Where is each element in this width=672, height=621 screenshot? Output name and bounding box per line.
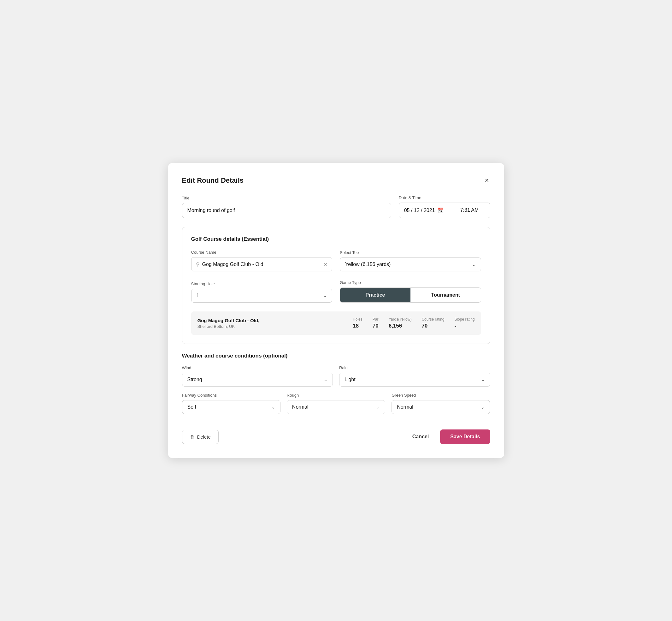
title-input[interactable] <box>182 203 391 218</box>
course-info-main-name: Gog Magog Golf Club - Old, <box>198 318 343 323</box>
select-tee-dropdown[interactable]: Yellow (6,156 yards) ⌄ <box>340 257 481 272</box>
wind-rain-row: Wind Strong ⌄ Rain Light ⌄ <box>182 365 490 386</box>
game-type-toggle: Practice Tournament <box>340 287 481 303</box>
course-info-location: Shelford Bottom, UK <box>198 324 343 329</box>
tournament-button[interactable]: Tournament <box>411 288 481 302</box>
par-value: 70 <box>373 323 379 329</box>
date-text: 05 / 12 / 2021 <box>404 208 435 213</box>
yards-label: Yards(Yellow) <box>389 317 412 322</box>
course-name-wrap[interactable]: ⚲ ✕ <box>191 257 333 272</box>
close-button[interactable]: × <box>484 176 490 185</box>
datetime-field-group: Date & Time 05 / 12 / 2021 📅 7:31 AM <box>399 195 490 218</box>
modal: Edit Round Details × Title Date & Time 0… <box>168 163 504 458</box>
weather-title: Weather and course conditions (optional) <box>182 353 490 359</box>
title-datetime-row: Title Date & Time 05 / 12 / 2021 📅 7:31 … <box>182 195 490 218</box>
green-speed-value: Normal <box>397 404 413 410</box>
trash-icon: 🗑 <box>190 434 195 440</box>
chevron-down-icon-5: ⌄ <box>271 405 275 410</box>
course-rating-label: Course rating <box>421 317 444 322</box>
delete-button[interactable]: 🗑 Delete <box>182 430 219 444</box>
wind-field: Wind Strong ⌄ <box>182 365 333 386</box>
rough-label: Rough <box>287 393 385 398</box>
time-input[interactable]: 7:31 AM <box>449 203 490 218</box>
green-speed-field: Green Speed Normal ⌄ <box>391 393 490 414</box>
course-name-input[interactable] <box>202 261 322 267</box>
course-name-label: Course Name <box>191 250 333 255</box>
holes-label: Holes <box>353 317 363 322</box>
wind-value: Strong <box>187 377 202 382</box>
game-type-label: Game Type <box>340 280 481 285</box>
rain-field: Rain Light ⌄ <box>339 365 490 386</box>
starting-hole-field-group: Starting Hole 1 ⌄ <box>191 282 333 303</box>
save-button[interactable]: Save Details <box>440 429 490 444</box>
rough-field: Rough Normal ⌄ <box>287 393 385 414</box>
select-tee-value: Yellow (6,156 yards) <box>345 261 390 267</box>
datetime-label: Date & Time <box>399 195 490 200</box>
select-tee-label: Select Tee <box>340 250 481 255</box>
rough-value: Normal <box>292 404 308 410</box>
cancel-button[interactable]: Cancel <box>406 430 435 444</box>
rain-label: Rain <box>339 365 490 370</box>
date-input-wrap[interactable]: 05 / 12 / 2021 📅 <box>399 203 449 218</box>
footer-row: 🗑 Delete Cancel Save Details <box>182 423 490 444</box>
rain-dropdown[interactable]: Light ⌄ <box>339 373 490 386</box>
stat-course-rating: Course rating 70 <box>421 317 444 329</box>
datetime-group: 05 / 12 / 2021 📅 7:31 AM <box>399 203 490 218</box>
course-section: Golf Course details (Essential) Course N… <box>182 227 490 344</box>
course-section-title: Golf Course details (Essential) <box>191 236 481 242</box>
starting-hole-label: Starting Hole <box>191 282 333 286</box>
title-label: Title <box>182 196 391 200</box>
modal-header: Edit Round Details × <box>182 176 490 185</box>
rain-value: Light <box>344 377 355 382</box>
game-type-field-group: Game Type Practice Tournament <box>340 280 481 303</box>
course-info-name: Gog Magog Golf Club - Old, Shelford Bott… <box>198 318 343 329</box>
chevron-down-icon-6: ⌄ <box>376 405 380 410</box>
modal-title: Edit Round Details <box>182 176 244 184</box>
select-tee-field-group: Select Tee Yellow (6,156 yards) ⌄ <box>340 250 481 272</box>
chevron-down-icon-2: ⌄ <box>323 293 327 298</box>
hole-gametype-row: Starting Hole 1 ⌄ Game Type Practice Tou… <box>191 280 481 303</box>
course-info-row: Gog Magog Golf Club - Old, Shelford Bott… <box>191 312 481 335</box>
green-speed-dropdown[interactable]: Normal ⌄ <box>391 400 490 414</box>
holes-value: 18 <box>353 323 359 329</box>
title-field-group: Title <box>182 196 391 218</box>
chevron-down-icon: ⌄ <box>472 262 476 267</box>
clear-icon[interactable]: ✕ <box>324 262 328 267</box>
calendar-icon: 📅 <box>437 207 444 213</box>
rough-dropdown[interactable]: Normal ⌄ <box>287 400 385 414</box>
chevron-down-icon-3: ⌄ <box>324 377 328 382</box>
footer-right: Cancel Save Details <box>406 429 490 444</box>
fairway-field: Fairway Conditions Soft ⌄ <box>182 393 281 414</box>
course-stats: Holes 18 Par 70 Yards(Yellow) 6,156 Cour… <box>353 317 474 329</box>
stat-slope-rating: Slope rating - <box>454 317 474 329</box>
par-label: Par <box>373 317 379 322</box>
yards-value: 6,156 <box>389 323 402 329</box>
fairway-value: Soft <box>187 404 196 410</box>
starting-hole-dropdown[interactable]: 1 ⌄ <box>191 289 333 303</box>
chevron-down-icon-7: ⌄ <box>481 405 485 410</box>
fairway-label: Fairway Conditions <box>182 393 281 398</box>
slope-rating-label: Slope rating <box>454 317 474 322</box>
stat-par: Par 70 <box>373 317 379 329</box>
wind-label: Wind <box>182 365 333 370</box>
fairway-dropdown[interactable]: Soft ⌄ <box>182 400 281 414</box>
stat-holes: Holes 18 <box>353 317 363 329</box>
delete-label: Delete <box>197 434 211 440</box>
stat-yards: Yards(Yellow) 6,156 <box>389 317 412 329</box>
green-speed-label: Green Speed <box>391 393 490 398</box>
course-rating-value: 70 <box>421 323 427 329</box>
chevron-down-icon-4: ⌄ <box>481 377 485 382</box>
course-tee-row: Course Name ⚲ ✕ Select Tee Yellow (6,156… <box>191 250 481 272</box>
wind-dropdown[interactable]: Strong ⌄ <box>182 373 333 386</box>
course-name-field-group: Course Name ⚲ ✕ <box>191 250 333 272</box>
search-icon: ⚲ <box>196 261 200 267</box>
slope-rating-value: - <box>454 323 456 329</box>
fairway-rough-green-row: Fairway Conditions Soft ⌄ Rough Normal ⌄… <box>182 393 490 414</box>
weather-section: Weather and course conditions (optional)… <box>182 353 490 414</box>
practice-button[interactable]: Practice <box>340 288 411 302</box>
starting-hole-value: 1 <box>197 293 199 298</box>
